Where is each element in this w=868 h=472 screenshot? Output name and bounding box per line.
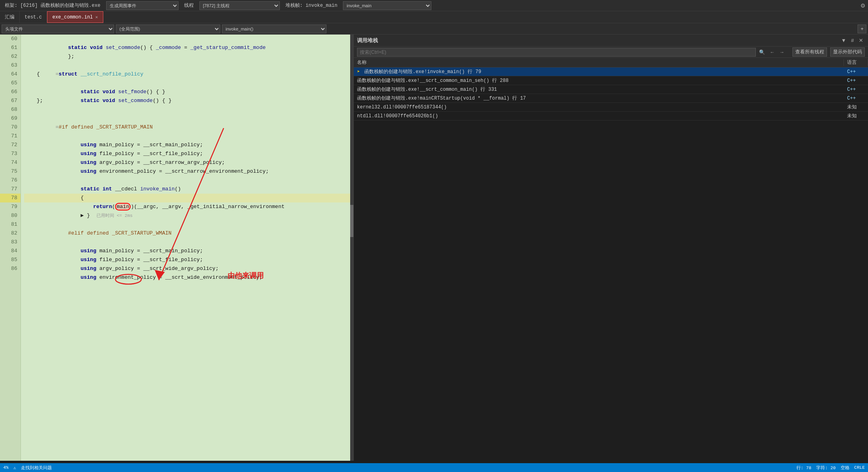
search-icon[interactable]: 🔍 (757, 49, 767, 56)
code-text[interactable]: static void set_commode() { _commode = _… (21, 35, 353, 461)
arrow-indicator-0: ➤ (357, 69, 360, 75)
callstack-cell-lang-2: C++ (844, 87, 868, 92)
callstack-cell-name-1: 函数栈帧的创建与销毁.exe!__scrt_common_main_seh() … (354, 77, 844, 84)
space-info: 空格 (841, 465, 850, 471)
callstack-title: 调用堆栈 (357, 37, 839, 44)
encoding-info: CRLE (854, 465, 865, 470)
code-line-68 (24, 105, 353, 114)
tab-test[interactable]: test.c (20, 11, 47, 23)
debug-event-select[interactable]: 生成周围事件 (106, 1, 179, 10)
right-panel: 调用堆栈 ▼ # ✕ 🔍 ← → 查看所有线程 显示外部代码 名称 语言 (354, 35, 868, 461)
editor-area[interactable]: 60 61 62 63 64 65 66 67 68 69 70 71 72 7… (0, 35, 354, 461)
search-input[interactable] (357, 48, 756, 57)
nav-back-btn[interactable]: ← (768, 49, 776, 56)
code-container: 60 61 62 63 64 65 66 67 68 69 70 71 72 7… (0, 35, 353, 461)
panel-controls: ▼ # ✕ (839, 37, 865, 44)
callstack-cell-name-4: kernel32.dll!00007ffe65187344() (354, 104, 844, 110)
code-line-60: static void set_commode() { _commode = _… (24, 35, 353, 43)
char-info: 字符: 20 (816, 465, 835, 471)
scrollbar[interactable] (350, 35, 353, 461)
tab-bar: 汇编 test.c exe_common.inl ✕ (0, 11, 868, 23)
stack-label: 堆栈帧: invoke_main (283, 1, 340, 10)
callstack-cell-lang-4: 未知 (844, 104, 868, 110)
add-button[interactable]: + (858, 25, 866, 33)
tab-exe-common-label: exe_common.inl (52, 14, 93, 20)
nav-forward-btn[interactable]: → (778, 49, 786, 56)
line-numbers: 60 61 62 63 64 65 66 67 68 69 70 71 72 7… (0, 35, 21, 461)
nav-file-select[interactable]: 头项文件 (2, 25, 114, 33)
callstack-row-3[interactable]: 函数栈帧的创建与销毁.exe!mainCRTStartup(void * __f… (354, 94, 868, 103)
search-actions: 🔍 ← → (757, 49, 786, 56)
thread-select[interactable]: [7872] 主线程 (199, 1, 280, 10)
callstack-row-2[interactable]: 函数栈帧的创建与销毁.exe!__scrt_common_main() 行 33… (354, 85, 868, 94)
callstack-row-1[interactable]: 函数栈帧的创建与销毁.exe!__scrt_common_main_seh() … (354, 76, 868, 85)
callstack-header: 名称 语言 (354, 58, 868, 67)
stack-select[interactable]: invoke_main (343, 1, 431, 10)
error-label: ⚠ (13, 465, 16, 470)
header-name: 名称 (354, 59, 844, 66)
debug-session-label: 框架: [6216] 函数栈帧的创建与销毁.exe (2, 1, 103, 10)
code-line-76: static int __cdecl invoke_main() (24, 176, 353, 185)
close-icon[interactable]: ✕ (95, 14, 98, 20)
callstack-cell-lang-5: 未知 (844, 112, 868, 119)
callstack-cell-name-5: ntdll.dll!00007ffe654026b1() (354, 113, 844, 119)
callstack-table[interactable]: ➤ 函数栈帧的创建与销毁.exe!invoke_main() 行 79 C++ … (354, 67, 868, 461)
settings-button[interactable]: ⚙ (860, 2, 866, 9)
header-lang: 语言 (844, 59, 868, 66)
panel-dropdown-btn[interactable]: ▼ (839, 37, 848, 44)
callstack-cell-lang-3: C++ (844, 96, 868, 101)
panel-pin-btn[interactable]: # (850, 37, 856, 44)
thread-type-label: 线程 (182, 1, 196, 10)
tab-compile-label: 汇编 (5, 14, 14, 20)
code-line-69: =#if defined _SCRT_STARTUP_MAIN (24, 114, 353, 123)
panel-close-btn[interactable]: ✕ (857, 37, 865, 44)
tab-compile[interactable]: 汇编 (0, 11, 20, 23)
status-bar: 4% ⚠ 走找到相关问题 行: 78 字符: 20 空格 CRLE (0, 463, 868, 472)
editor-toolbar: 头项文件 (全局范围) invoke_main() + (0, 23, 868, 35)
search-bar: 🔍 ← → 查看所有线程 显示外部代码 (354, 47, 868, 58)
scrollbar-thumb[interactable] (350, 205, 353, 237)
zoom-level: 4% (3, 465, 8, 470)
callstack-cell-name-3: 函数栈帧的创建与销毁.exe!mainCRTStartup(void * __f… (354, 95, 844, 102)
callstack-panel-header: 调用堆栈 ▼ # ✕ (354, 35, 868, 47)
view-all-threads-btn[interactable]: 查看所有线程 (792, 47, 827, 57)
callstack-cell-lang-1: C++ (844, 78, 868, 84)
line-info: 行: 78 (796, 465, 811, 471)
code-line-83: using main_policy = __scrt_main_policy; (24, 238, 353, 247)
code-line-71: using main_policy = __scrt_main_policy; (24, 132, 353, 141)
main-layout: 60 61 62 63 64 65 66 67 68 69 70 71 72 7… (0, 35, 868, 461)
callstack-cell-name-0: ➤ 函数栈帧的创建与销毁.exe!invoke_main() 行 79 (354, 68, 844, 75)
error-text: 走找到相关问题 (21, 465, 52, 471)
code-line-81: #elif defined _SCRT_STARTUP_WMAIN (24, 220, 353, 229)
tab-test-label: test.c (25, 14, 42, 20)
callstack-row-4[interactable]: kernel32.dll!00007ffe65187344() 未知 (354, 103, 868, 112)
callstack-cell-name-2: 函数栈帧的创建与销毁.exe!__scrt_common_main() 行 33… (354, 86, 844, 93)
code-line-65: static void set_fmode() { } (24, 79, 353, 88)
code-line-63: =struct __scrt_nofile_policy (24, 61, 353, 70)
scope-select[interactable]: (全局范围) (116, 25, 220, 33)
callstack-cell-lang-0: C++ (844, 69, 868, 75)
tab-exe-common[interactable]: exe_common.inl ✕ (47, 11, 103, 23)
callstack-row-0[interactable]: ➤ 函数栈帧的创建与销毁.exe!invoke_main() 行 79 C++ (354, 67, 868, 76)
func-select[interactable]: invoke_main() (222, 25, 326, 33)
top-toolbar: 框架: [6216] 函数栈帧的创建与销毁.exe 生成周围事件 线程 [787… (0, 0, 868, 11)
callstack-row-5[interactable]: ntdll.dll!00007ffe654026b1() 未知 (354, 112, 868, 121)
show-external-btn[interactable]: 显示外部代码 (830, 47, 865, 57)
